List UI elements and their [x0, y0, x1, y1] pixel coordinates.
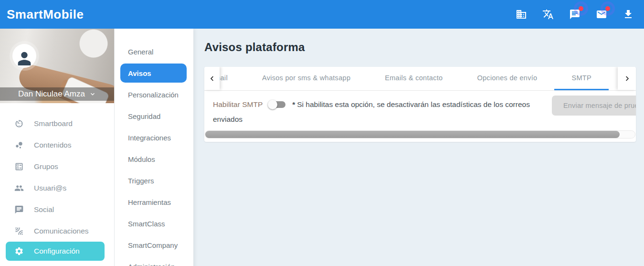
settings-item-smartclass[interactable]: SmartClass — [115, 213, 193, 234]
mail-notification-badge — [605, 6, 610, 11]
settings-item-integraciones[interactable]: Integraciones — [115, 127, 193, 149]
sidebar-item-label: Smartboard — [34, 119, 73, 128]
sidebar-item-label: Comunicaciones — [34, 227, 89, 235]
brand-logo: SmartMobile — [7, 7, 84, 22]
scrollbar-thumb[interactable] — [205, 131, 620, 138]
settings-item-general[interactable]: General — [115, 41, 193, 63]
chevron-down-icon — [89, 91, 96, 97]
smtp-toggle[interactable] — [269, 101, 285, 108]
main-navigation: Smartboard Contenidos Grupos Usuari@s So… — [0, 103, 114, 261]
sidebar-item-social[interactable]: Social — [0, 199, 114, 220]
send-test-message-button[interactable]: Enviar mensaje de prueba — [552, 96, 636, 116]
app-root: SmartMobile — [0, 0, 644, 266]
sidebar-item-label: Contenidos — [34, 141, 71, 149]
timer-icon — [14, 119, 24, 128]
avatar[interactable] — [12, 44, 36, 68]
stream-icon — [14, 226, 24, 236]
bubble-chart-icon — [14, 140, 24, 150]
ballot-icon — [14, 162, 24, 171]
smtp-toggle-label: Habilitar SMTP — [213, 100, 263, 108]
mail-icon[interactable] — [595, 8, 608, 21]
chat-notification-badge — [579, 6, 583, 11]
tab-emails-contacto[interactable]: Emails & contacto — [368, 67, 460, 90]
settings-item-seguridad[interactable]: Seguridad — [115, 106, 193, 127]
tab-opciones-envio[interactable]: Opciones de envío — [460, 67, 554, 90]
user-name: Dan Niculae Amza — [18, 89, 85, 99]
sidebar-item-usuarios[interactable]: Usuari@s — [0, 177, 114, 199]
profile-photo: Dan Niculae Amza — [0, 29, 114, 103]
main-content: Avisos plataforma Avisos por email Aviso… — [193, 29, 644, 266]
chat-square-icon — [14, 205, 24, 214]
sidebar-item-label: Social — [34, 205, 54, 214]
tabs-scroll-left-button[interactable] — [204, 67, 220, 90]
chevron-left-icon — [209, 75, 216, 82]
chat-icon[interactable] — [569, 8, 581, 21]
sidebar-item-configuracion[interactable]: Configuración — [6, 242, 105, 261]
tab-bar: Avisos por email Avisos por sms & whatsa… — [204, 67, 636, 91]
sidebar-item-comunicaciones[interactable]: Comunicaciones — [0, 220, 114, 242]
translate-icon[interactable] — [542, 8, 554, 21]
sidebar-item-smartboard[interactable]: Smartboard — [0, 113, 114, 134]
tab-avisos-sms-whatsapp[interactable]: Avisos por sms & whatsapp — [245, 67, 368, 90]
page-title: Avisos plataforma — [204, 41, 636, 54]
settings-sidebar: General Avisos Personalización Seguridad… — [115, 29, 193, 266]
sidebar-item-label: Usuari@s — [34, 184, 66, 192]
settings-item-triggers[interactable]: Triggers — [115, 170, 193, 192]
gear-icon — [14, 246, 24, 256]
settings-item-administracion[interactable]: Administración — [115, 256, 193, 266]
primary-sidebar: Dan Niculae Amza Smartboard Contenidos G… — [0, 29, 115, 266]
top-icon-group — [515, 8, 634, 21]
settings-item-smartcompany[interactable]: SmartCompany — [115, 234, 193, 256]
smtp-panel: Habilitar SMTP*Si habilitas esta opción,… — [204, 91, 636, 128]
tabs-scroll-right-button[interactable] — [618, 67, 636, 90]
sidebar-item-contenidos[interactable]: Contenidos — [0, 134, 114, 156]
people-icon — [14, 183, 24, 193]
sidebar-item-label: Configuración — [34, 247, 80, 255]
settings-item-avisos[interactable]: Avisos — [120, 64, 187, 83]
settings-item-herramientas[interactable]: Herramientas — [115, 192, 193, 213]
tabs-viewport: Avisos por email Avisos por sms & whatsa… — [204, 67, 636, 90]
user-menu[interactable]: Dan Niculae Amza — [0, 87, 114, 101]
tab-smtp[interactable]: SMTP — [554, 67, 608, 90]
sidebar-item-grupos[interactable]: Grupos — [0, 156, 114, 177]
toggle-thumb — [268, 100, 277, 109]
settings-item-personalizacion[interactable]: Personalización — [115, 84, 193, 106]
horizontal-scrollbar[interactable] — [205, 130, 635, 138]
chevron-right-icon — [623, 75, 631, 82]
settings-item-modulos[interactable]: Módulos — [115, 149, 193, 170]
avisos-card: Avisos por email Avisos por sms & whatsa… — [204, 67, 636, 142]
organization-icon[interactable] — [515, 8, 528, 21]
top-bar: SmartMobile — [0, 0, 644, 29]
required-asterisk: * — [292, 100, 295, 108]
download-icon[interactable] — [622, 8, 634, 21]
sidebar-item-label: Grupos — [34, 162, 58, 171]
